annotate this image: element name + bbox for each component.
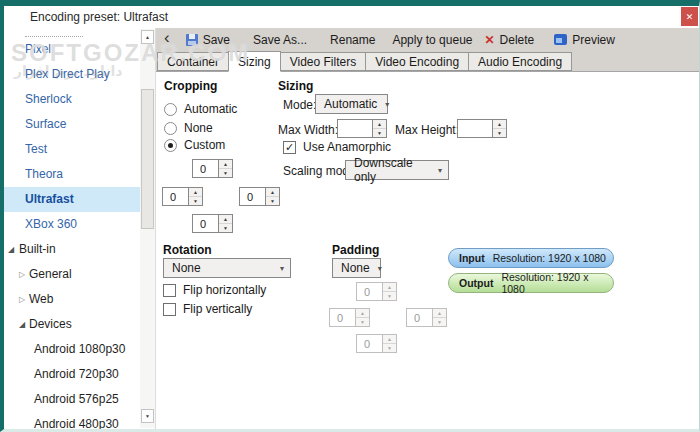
tree-collapsed-icon[interactable]: ▷ bbox=[19, 287, 25, 312]
spin-up-icon[interactable]: ▲ bbox=[219, 160, 232, 169]
spin-down-icon[interactable]: ▼ bbox=[266, 197, 279, 205]
mode-dropdown[interactable]: Automatic ▾ bbox=[315, 94, 388, 114]
spin-up-icon[interactable]: ▲ bbox=[373, 120, 386, 129]
max-width-spinner[interactable]: ▲▼ bbox=[337, 119, 387, 138]
flip-horizontally-checkbox[interactable]: Flip horizontally bbox=[163, 283, 266, 297]
pad-top-spinner: 0 ▲▼ bbox=[356, 282, 397, 301]
radio-icon bbox=[164, 103, 177, 116]
scroll-up-button[interactable]: ▲ bbox=[141, 30, 154, 44]
tree-collapsed-icon[interactable]: ▷ bbox=[19, 262, 25, 287]
pad-left-value: 0 bbox=[329, 308, 356, 327]
crop-bottom-spinner[interactable]: 0 ▲▼ bbox=[192, 214, 233, 233]
output-resolution-badge: Output Resolution: 1920 x 1080 bbox=[448, 273, 614, 293]
rotation-dropdown[interactable]: None ▾ bbox=[163, 258, 291, 278]
checkbox-label: Use Anamorphic bbox=[303, 140, 391, 154]
tab-sizing[interactable]: Sizing bbox=[228, 51, 281, 72]
pad-right-value: 0 bbox=[406, 308, 433, 327]
spin-down-icon[interactable]: ▼ bbox=[219, 169, 232, 177]
window-title: Encoding preset: Ultrafast bbox=[4, 10, 168, 24]
tree-item-general[interactable]: ▷ General bbox=[4, 262, 140, 287]
chevron-down-icon: ▾ bbox=[438, 166, 442, 175]
flip-vertically-checkbox[interactable]: Flip vertically bbox=[163, 302, 252, 316]
tree-item-android-1080p30[interactable]: Android 1080p30 bbox=[4, 337, 140, 362]
spin-down-icon: ▼ bbox=[383, 292, 396, 300]
radio-label: Automatic bbox=[184, 102, 237, 116]
spin-up-icon[interactable]: ▲ bbox=[219, 215, 232, 224]
tree-item-android-720p30[interactable]: Android 720p30 bbox=[4, 362, 140, 387]
crop-none-radio[interactable]: None bbox=[164, 121, 213, 135]
tab-container[interactable]: Container bbox=[157, 52, 229, 71]
crop-left-value[interactable]: 0 bbox=[162, 187, 189, 206]
sidebar-item-label: Sherlock bbox=[25, 92, 72, 106]
padding-dropdown[interactable]: None ▾ bbox=[332, 258, 381, 278]
tree-item-android-576p25[interactable]: Android 576p25 bbox=[4, 387, 140, 412]
tab-video-encoding[interactable]: Video Encoding bbox=[365, 52, 469, 71]
crop-bottom-value[interactable]: 0 bbox=[192, 214, 219, 233]
crop-top-value[interactable]: 0 bbox=[192, 159, 219, 178]
crop-automatic-radio[interactable]: Automatic bbox=[164, 102, 237, 116]
preset-toolbar: ‹ Save Save As... Rename Apply to queue … bbox=[156, 28, 699, 51]
scroll-down-button[interactable]: ▼ bbox=[141, 409, 154, 423]
use-anamorphic-checkbox[interactable]: ✓ Use Anamorphic bbox=[283, 140, 391, 154]
spin-down-icon[interactable]: ▼ bbox=[219, 224, 232, 232]
output-label: Output bbox=[459, 277, 493, 289]
sidebar-item-test[interactable]: Test bbox=[4, 137, 140, 162]
close-button[interactable]: ✕ bbox=[681, 7, 698, 26]
scrollbar-thumb[interactable] bbox=[141, 89, 154, 229]
sidebar-item-pixel[interactable]: Pixel bbox=[4, 37, 140, 62]
crop-right-value[interactable]: 0 bbox=[239, 187, 266, 206]
tab-video-filters[interactable]: Video Filters bbox=[280, 52, 366, 71]
crop-custom-radio[interactable]: Custom bbox=[164, 138, 225, 152]
spin-up-icon[interactable]: ▲ bbox=[493, 120, 506, 129]
sidebar-item-xbox-360[interactable]: XBox 360 bbox=[4, 212, 140, 237]
crop-top-spinner[interactable]: 0 ▲▼ bbox=[192, 159, 233, 178]
spin-up-icon[interactable]: ▲ bbox=[189, 188, 202, 197]
scaling-mode-dropdown[interactable]: Downscale only ▾ bbox=[345, 160, 449, 180]
back-button[interactable]: ‹ bbox=[164, 34, 170, 45]
sidebar-item-label: XBox 360 bbox=[25, 217, 77, 231]
delete-label: Delete bbox=[500, 33, 535, 47]
pad-left-spinner: 0 ▲▼ bbox=[329, 308, 370, 327]
sidebar-scrollbar[interactable]: ▲ ▼ bbox=[140, 29, 155, 428]
crop-right-spinner[interactable]: 0 ▲▼ bbox=[239, 187, 280, 206]
tree-item-web[interactable]: ▷ Web bbox=[4, 287, 140, 312]
max-width-value[interactable] bbox=[337, 119, 373, 138]
max-height-value[interactable] bbox=[457, 119, 493, 138]
cropping-title: Cropping bbox=[164, 79, 217, 93]
sidebar-item-surface[interactable]: Surface bbox=[4, 112, 140, 137]
save-as-button[interactable]: Save As... bbox=[253, 33, 307, 47]
sidebar-item-theora[interactable]: Theora bbox=[4, 162, 140, 187]
tree-item-android-480p30[interactable]: Android 480p30 bbox=[4, 412, 140, 429]
apply-to-queue-button[interactable]: Apply to queue bbox=[392, 33, 472, 47]
radio-icon bbox=[164, 122, 177, 135]
clipped-preset-item[interactable] bbox=[25, 28, 83, 37]
scaling-mode-value: Downscale only bbox=[354, 156, 430, 184]
tree-item-devices[interactable]: ◢ Devices bbox=[4, 312, 140, 337]
rename-button[interactable]: Rename bbox=[330, 33, 375, 47]
spin-down-icon[interactable]: ▼ bbox=[189, 197, 202, 205]
sidebar-item-label: Test bbox=[25, 142, 47, 156]
sidebar-item-label: Plex Direct Play bbox=[25, 67, 110, 81]
preview-button[interactable]: Preview bbox=[554, 33, 615, 47]
tab-audio-encoding[interactable]: Audio Encoding bbox=[468, 52, 572, 71]
crop-left-spinner[interactable]: 0 ▲▼ bbox=[162, 187, 203, 206]
sidebar-item-ultrafast[interactable]: Ultrafast bbox=[4, 187, 140, 212]
tree-item-built-in[interactable]: ◢ Built-in bbox=[4, 237, 140, 262]
spin-down-icon[interactable]: ▼ bbox=[493, 129, 506, 137]
rename-label: Rename bbox=[330, 33, 375, 47]
tree-item-label: Android 1080p30 bbox=[4, 337, 125, 362]
delete-button[interactable]: ✕ Delete bbox=[484, 33, 534, 47]
scroll-up-icon: ▲ bbox=[145, 34, 150, 40]
pad-bottom-spinner: 0 ▲▼ bbox=[356, 334, 397, 353]
max-height-spinner[interactable]: ▲▼ bbox=[457, 119, 507, 138]
tree-expanded-icon[interactable]: ◢ bbox=[19, 312, 25, 337]
spin-up-icon[interactable]: ▲ bbox=[266, 188, 279, 197]
chevron-down-icon: ▾ bbox=[280, 264, 284, 273]
sidebar-item-sherlock[interactable]: Sherlock bbox=[4, 87, 140, 112]
checkbox-checked-icon: ✓ bbox=[283, 141, 296, 154]
tree-expanded-icon[interactable]: ◢ bbox=[8, 237, 14, 262]
sidebar-item-plex-direct-play[interactable]: Plex Direct Play bbox=[4, 62, 140, 87]
save-button[interactable]: Save bbox=[186, 33, 230, 47]
input-resolution-badge: Input Resolution: 1920 x 1080 bbox=[448, 248, 614, 268]
spin-down-icon[interactable]: ▼ bbox=[373, 129, 386, 137]
